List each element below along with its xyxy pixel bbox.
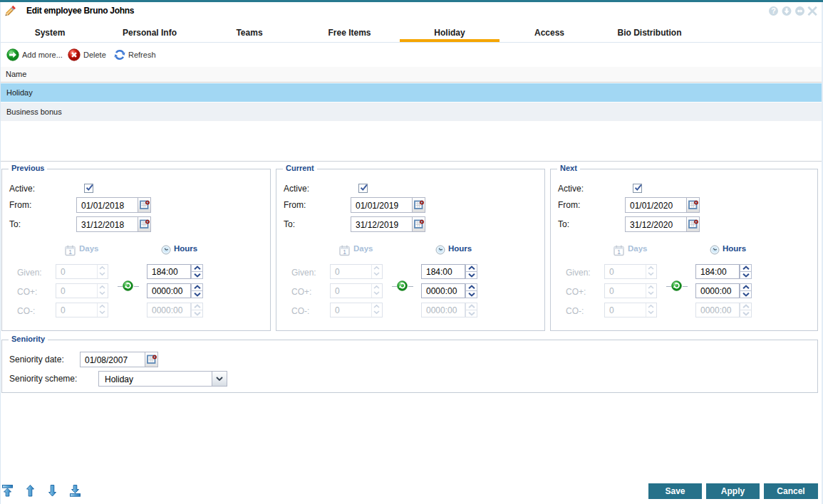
svg-text:1: 1 bbox=[68, 248, 72, 256]
svg-text:1: 1 bbox=[343, 248, 346, 256]
svg-text:?: ? bbox=[771, 6, 776, 15]
svg-text:1: 1 bbox=[617, 248, 621, 256]
